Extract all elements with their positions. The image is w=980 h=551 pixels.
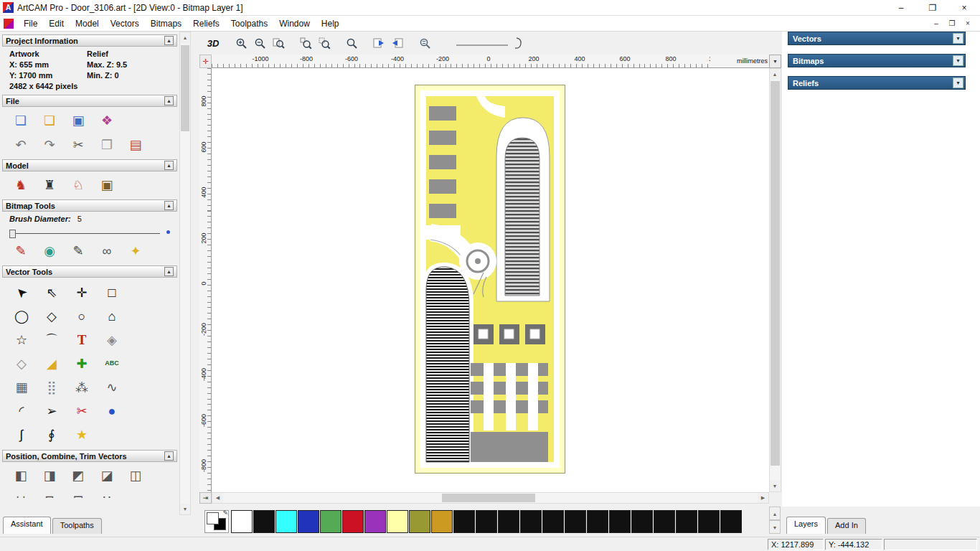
scrollbar-thumb[interactable] — [442, 494, 535, 502]
palette-swatch[interactable] — [587, 510, 608, 533]
scroll-up-icon[interactable]: ▲ — [180, 32, 190, 43]
scroll-left-icon[interactable]: ◀ — [212, 493, 223, 503]
restore-button[interactable]: ❐ — [917, 0, 948, 16]
previous-bitmap-layer-button[interactable] — [370, 34, 387, 52]
expand-icon[interactable]: ▼ — [953, 55, 963, 66]
grid-tool[interactable]: ▦ — [6, 375, 37, 399]
flood-fill-tool[interactable]: ✦ — [121, 240, 150, 262]
close-button[interactable]: × — [948, 0, 980, 16]
palette-scroll-up-icon[interactable]: ▲ — [769, 507, 781, 520]
combine-union-tool[interactable]: ⊔ — [6, 489, 35, 498]
notes-button[interactable]: ▤ — [121, 134, 150, 156]
zoom-page-button[interactable] — [270, 34, 287, 52]
assistant-tab[interactable]: Assistant — [3, 517, 51, 534]
align-centre-tool[interactable]: ◫ — [121, 465, 150, 486]
scatter-tool[interactable]: ⁂ — [67, 375, 97, 399]
section-header-vector-tools[interactable]: Vector Tools ▲ — [2, 265, 177, 278]
combine-subtract-tool[interactable]: ⊓ — [35, 489, 64, 498]
palette-swatch[interactable] — [565, 510, 586, 533]
menu-item[interactable]: Bitmaps — [145, 17, 187, 31]
mdi-close-button[interactable]: × — [960, 17, 976, 30]
envelope-distort-tool[interactable]: ◈ — [97, 328, 127, 352]
units-dropdown-button[interactable]: ▼ — [769, 55, 781, 68]
create-polyline-tool[interactable]: ◇ — [37, 304, 67, 328]
collapse-icon[interactable]: ▲ — [164, 451, 174, 461]
next-bitmap-layer-button[interactable] — [389, 34, 406, 52]
create-ellipse-tool[interactable]: ○ — [67, 304, 97, 328]
align-bottom-tool[interactable]: ◪ — [93, 465, 121, 486]
undo-button[interactable]: ↶ — [6, 134, 35, 156]
panel-section-header[interactable]: Reliefs ▼ — [788, 76, 966, 90]
menu-item[interactable]: Help — [316, 17, 345, 31]
right-panel-tab[interactable]: Add In — [827, 518, 866, 534]
palette-swatch[interactable] — [654, 510, 675, 533]
collapse-icon[interactable]: ▲ — [164, 36, 174, 45]
relief-clipart-button[interactable]: ♘ — [64, 174, 93, 196]
unwrap-tool[interactable]: ∮ — [37, 423, 67, 446]
create-star-tool[interactable]: ☆ — [6, 328, 37, 352]
palette-swatch[interactable] — [542, 510, 564, 533]
transform-vectors-tool[interactable]: ✛ — [67, 281, 97, 304]
star-wizard-tool[interactable]: ★ — [67, 423, 97, 446]
offset-vectors-tool[interactable]: ◇ — [6, 352, 37, 375]
zoom-objects-button[interactable] — [297, 34, 314, 52]
collapse-icon[interactable]: ▲ — [164, 161, 174, 170]
section-header-position-combine-trim[interactable]: Position, Combine, Trim Vectors ▲ — [2, 450, 177, 462]
palette-swatch[interactable] — [342, 510, 364, 533]
assistant-tab[interactable]: Toolpaths — [52, 518, 102, 534]
palette-swatch[interactable] — [431, 510, 453, 533]
import-image-button[interactable]: ❖ — [93, 110, 121, 131]
node-editing-tool[interactable]: ⇖ — [37, 281, 67, 304]
align-right-tool[interactable]: ◨ — [35, 465, 64, 486]
scroll-down-icon[interactable]: ▼ — [180, 504, 190, 514]
scrollbar-thumb[interactable] — [771, 81, 780, 466]
canvas-vertical-scrollbar[interactable]: ▲ ▼ — [769, 68, 781, 492]
menu-item[interactable]: Edit — [43, 17, 70, 31]
colour-picker-tool[interactable]: ∞ — [93, 240, 121, 262]
paint-sphere-tool[interactable]: ◉ — [35, 240, 64, 262]
zoom-out-button[interactable] — [251, 34, 268, 52]
palette-scroll-down-icon[interactable]: ▼ — [769, 520, 781, 534]
palette-swatch[interactable] — [476, 510, 497, 533]
collapse-icon[interactable]: ▲ — [164, 96, 174, 105]
pane-split-button[interactable]: ⇥ — [199, 492, 212, 504]
2d-view-canvas[interactable] — [212, 68, 769, 492]
palette-swatch[interactable] — [520, 510, 542, 533]
zoom-in-button[interactable] — [232, 34, 250, 52]
spline-tool[interactable]: ∫ — [6, 423, 37, 446]
create-polygon-tool[interactable]: ⌂ — [97, 304, 127, 328]
menu-item[interactable]: Model — [70, 17, 105, 31]
panel-section-header[interactable]: Vectors ▼ — [788, 32, 966, 45]
photo-relief-button[interactable]: ▣ — [93, 174, 121, 196]
profile-wizard-tool[interactable]: ∿ — [97, 375, 127, 399]
scrollbar-thumb[interactable] — [181, 45, 189, 131]
combine-intersect-tool[interactable]: ⊡ — [64, 489, 93, 498]
palette-swatch[interactable] — [631, 510, 653, 533]
ruler-corner-button[interactable]: ✛ — [199, 55, 212, 68]
expand-icon[interactable]: ▼ — [953, 77, 963, 88]
align-left-tool[interactable]: ◧ — [6, 465, 35, 486]
palette-swatch[interactable] — [298, 510, 319, 533]
save-model-button[interactable]: ▣ — [64, 110, 93, 131]
wrap-text-tool[interactable]: ABC — [97, 352, 127, 375]
view-3d-button[interactable]: 3D — [204, 34, 222, 52]
new-model-button[interactable]: ❏ — [6, 110, 35, 131]
menu-item[interactable]: Toolpaths — [225, 17, 273, 31]
scatter-copies-tool[interactable]: ∷ — [93, 489, 121, 498]
palette-swatch[interactable] — [698, 510, 720, 533]
palette-scrollbar[interactable]: ▲ ▼ — [769, 507, 781, 537]
expand-icon[interactable]: ▼ — [953, 33, 963, 44]
greyscale-model-button[interactable]: ♜ — [35, 174, 64, 196]
zoom-1to1-button[interactable] — [343, 34, 360, 52]
create-circle-tool[interactable]: ◯ — [6, 304, 37, 328]
mdi-restore-button[interactable]: ❐ — [944, 17, 960, 30]
scroll-up-icon[interactable]: ▲ — [770, 69, 780, 80]
paint-brush-tool[interactable]: ✎ — [6, 240, 35, 262]
cut-button[interactable]: ✂ — [64, 134, 93, 156]
palette-swatch[interactable] — [676, 510, 697, 533]
menu-item[interactable]: File — [18, 17, 43, 31]
palette-swatch[interactable] — [498, 510, 519, 533]
create-text-tool[interactable]: T — [67, 328, 97, 352]
collapse-icon[interactable]: ▲ — [164, 201, 174, 210]
open-model-button[interactable]: ❏ — [35, 110, 64, 131]
